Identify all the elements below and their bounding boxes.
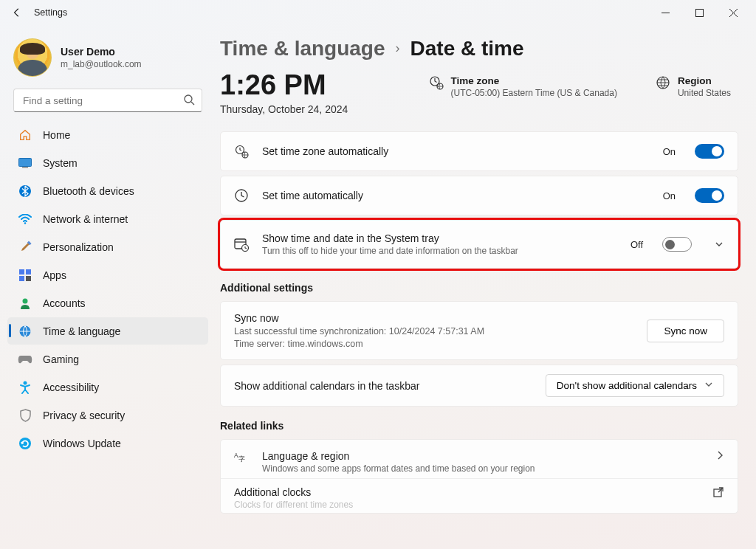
main-content: Time & language › Date & time 1:26 PM Th…: [216, 25, 756, 549]
shield-icon: [18, 408, 32, 423]
breadcrumb-current: Date & time: [410, 37, 524, 61]
section-additional: Additional settings: [220, 282, 738, 294]
apps-icon: [18, 268, 32, 283]
svg-text:A: A: [234, 452, 238, 459]
nav-label: Time & language: [43, 325, 120, 337]
panel-calendars: Show additional calendars in the taskbar…: [220, 365, 738, 407]
toggle-state: Off: [630, 239, 643, 250]
nav-label: Home: [43, 129, 70, 141]
breadcrumb-parent[interactable]: Time & language: [220, 37, 385, 61]
panel-sync: Sync now Last successful time synchroniz…: [220, 301, 738, 360]
svg-point-18: [19, 438, 31, 449]
sidebar: User Demo m_lab@outlook.com Home System …: [0, 25, 216, 549]
nav-accessibility[interactable]: Accessibility: [7, 373, 208, 401]
nav-label: Network & internet: [43, 213, 128, 225]
row-title: Language & region: [262, 450, 702, 462]
svg-rect-14: [26, 276, 31, 281]
info-row: 1:26 PM Thursday, October 24, 2024 Time …: [216, 71, 738, 131]
update-icon: [18, 436, 32, 451]
nav-personalization[interactable]: Personalization: [7, 233, 208, 260]
svg-rect-12: [26, 269, 31, 274]
panel-system-tray: Show time and date in the System tray Tu…: [220, 220, 738, 269]
nav-bluetooth[interactable]: Bluetooth & devices: [7, 177, 208, 204]
dropdown-value: Don't show additional calendars: [557, 380, 697, 391]
related-language-region[interactable]: A字 Language & region Windows and some ap…: [221, 440, 738, 478]
search-icon: [183, 94, 195, 108]
nav-label: Apps: [43, 269, 66, 281]
window-title: Settings: [34, 7, 67, 18]
section-related: Related links: [220, 420, 738, 432]
svg-point-9: [24, 222, 26, 224]
nav-label: Windows Update: [43, 438, 121, 449]
nav-privacy[interactable]: Privacy & security: [7, 401, 208, 429]
chevron-down-icon: [714, 239, 724, 249]
nav-accounts[interactable]: Accounts: [7, 289, 208, 317]
svg-point-15: [23, 298, 28, 303]
panel-auto-time: Set time automatically On: [220, 176, 738, 215]
svg-line-5: [191, 102, 194, 105]
maximize-button[interactable]: [682, 1, 716, 24]
account-icon: [18, 296, 32, 311]
svg-rect-7: [22, 167, 28, 168]
back-button[interactable]: [6, 1, 28, 24]
nav-label: Privacy & security: [43, 410, 125, 421]
nav: Home System Bluetooth & devices Network …: [3, 121, 213, 457]
toggle-auto-time[interactable]: [695, 188, 724, 203]
sync-last: Last successful time synchronization: 10…: [234, 326, 633, 336]
nav-label: Gaming: [43, 353, 79, 365]
nav-gaming[interactable]: Gaming: [7, 345, 208, 373]
calendars-dropdown[interactable]: Don't show additional calendars: [546, 374, 724, 397]
nav-network[interactable]: Network & internet: [7, 205, 208, 232]
sync-server: Time server: time.windows.com: [234, 339, 633, 349]
system-icon: [18, 156, 32, 170]
row-label: Set time zone automatically: [262, 145, 650, 157]
chevron-right-icon: ›: [396, 41, 400, 58]
minimize-button[interactable]: [648, 1, 682, 24]
maximize-icon: [695, 9, 704, 17]
nav-update[interactable]: Windows Update: [7, 429, 208, 457]
related-additional-clocks[interactable]: Additional clocks Clocks for different t…: [221, 478, 738, 513]
brush-icon: [18, 240, 32, 255]
avatar: [13, 38, 52, 77]
toggle-state: On: [663, 190, 676, 201]
svg-rect-1: [695, 9, 703, 16]
row-desc: Windows and some apps format dates and t…: [262, 463, 702, 474]
minimize-icon: [662, 9, 670, 17]
nav-label: Personalization: [43, 241, 114, 253]
toggle-auto-timezone[interactable]: [695, 144, 724, 159]
row-label: Show time and date in the System tray: [262, 232, 617, 244]
clock-icon: [234, 188, 249, 203]
close-icon: [729, 9, 738, 17]
sync-title: Sync now: [234, 312, 633, 324]
nav-time-language[interactable]: Time & language: [7, 317, 208, 345]
profile-block[interactable]: User Demo m_lab@outlook.com: [3, 32, 213, 89]
toggle-state: On: [663, 146, 676, 157]
current-time: 1:26 PM: [220, 71, 348, 99]
svg-rect-6: [19, 158, 32, 166]
chevron-right-icon: [715, 450, 724, 463]
row-label: Show additional calendars in the taskbar: [234, 380, 532, 392]
accessibility-icon: [18, 380, 32, 395]
nav-system[interactable]: System: [7, 149, 208, 176]
search-input[interactable]: [13, 89, 202, 112]
toggle-system-tray[interactable]: [662, 237, 692, 252]
gamepad-icon: [18, 352, 32, 367]
breadcrumb: Time & language › Date & time: [216, 30, 738, 71]
row-label: Set time automatically: [262, 190, 650, 201]
sync-now-button[interactable]: Sync now: [647, 320, 724, 342]
expand-button[interactable]: [714, 239, 724, 249]
svg-text:字: 字: [238, 455, 245, 463]
current-date: Thursday, October 24, 2024: [220, 103, 348, 115]
nav-home[interactable]: Home: [7, 121, 208, 148]
bluetooth-icon: [18, 184, 32, 198]
tz-value: (UTC-05:00) Eastern Time (US & Canada): [451, 88, 617, 98]
row-desc: Clocks for different time zones: [234, 500, 699, 510]
chevron-down-icon: [704, 380, 713, 391]
svg-rect-11: [19, 269, 24, 274]
nav-label: System: [43, 157, 78, 169]
row-title: Additional clocks: [234, 486, 699, 498]
nav-label: Bluetooth & devices: [43, 185, 134, 197]
close-button[interactable]: [716, 1, 750, 24]
nav-apps[interactable]: Apps: [7, 261, 208, 289]
taskbar-clock-icon: [234, 237, 249, 252]
